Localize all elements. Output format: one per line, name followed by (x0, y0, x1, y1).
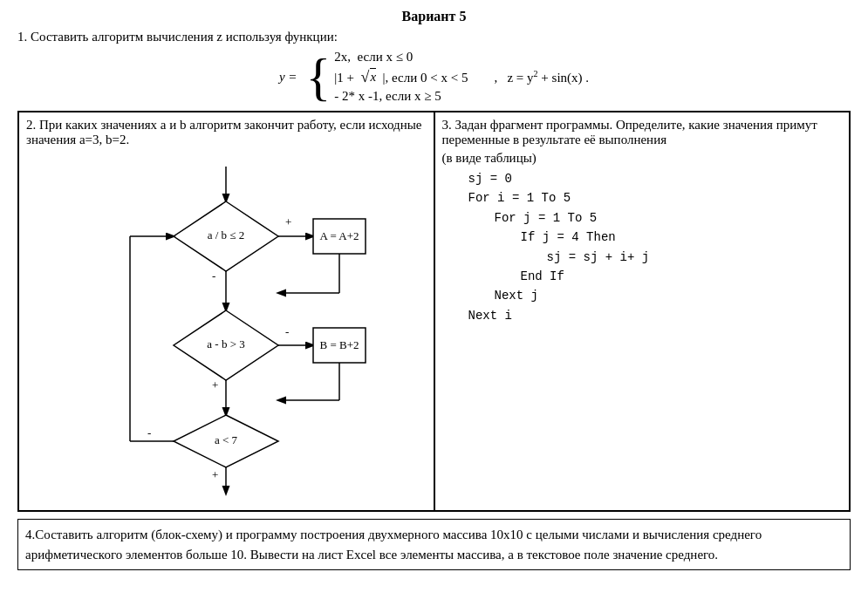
code-line5: sj = sj + i+ j (547, 248, 843, 267)
flowchart-container: a / b ≤ 2 + - A = A+2 (26, 151, 427, 505)
code-line8: Next i (468, 306, 843, 325)
sqrt-symbol: √ (361, 69, 370, 85)
diamond3-text: a < 7 (215, 433, 238, 446)
code-line3: For j = 1 To 5 (495, 208, 843, 228)
code-line1: sj = 0 (468, 169, 843, 188)
case-3: - 2* x -1, если x ≥ 5 (334, 89, 468, 104)
code-line2: For i = 1 To 5 (468, 188, 843, 208)
minus2-label: - (285, 325, 289, 338)
case-2: |1 + √ x |, если 0 < x < 5 (334, 68, 468, 85)
task3-subtitle: (в виде таблицы) (442, 151, 843, 166)
minus3-label: - (147, 426, 151, 439)
case-1: 2x, если x ≤ 0 (334, 50, 468, 65)
piecewise-cases: 2x, если x ≤ 0 |1 + √ x |, если 0 < x < … (334, 50, 468, 104)
sqrt-content: x (370, 68, 376, 85)
task2-cell: 2. При каких значениях a и b алгоритм за… (18, 112, 434, 511)
bottom-grid: 2. При каких значениях a и b алгоритм за… (17, 111, 851, 512)
left-brace: { (305, 51, 331, 103)
task4-text: 4.Составить алгоритм (блок-схему) и прог… (17, 519, 851, 570)
flowchart-svg: a / b ≤ 2 + - A = A+2 (78, 158, 374, 498)
plus1-label: + (285, 215, 291, 228)
piecewise-formula: y = { 2x, если x ≤ 0 |1 + √ x |, если 0 … (279, 50, 468, 104)
plus3-label: + (212, 468, 218, 481)
formula-section: y = { 2x, если x ≤ 0 |1 + √ x |, если 0 … (17, 50, 851, 104)
page-title: Вариант 5 (17, 9, 851, 24)
y-equals: y = (279, 70, 297, 85)
task2-label: 2. При каких значениях a и b алгоритм за… (26, 118, 427, 147)
diamond2-text: a - b > 3 (208, 337, 245, 351)
z-formula: , z = y2 + sin(x) . (494, 69, 589, 85)
plus2-label: + (212, 378, 218, 392)
code-line4: If j = 4 Then (521, 228, 843, 247)
code-line6: End If (521, 267, 843, 286)
task3-cell: 3. Задан фрагмент программы. Определите,… (434, 112, 851, 511)
minus1-label: - (212, 269, 215, 283)
task3-label: 3. Задан фрагмент программы. Определите,… (442, 118, 843, 147)
box-b: B = B+2 (320, 338, 359, 351)
code-block: sj = 0 For i = 1 To 5 For j = 1 To 5 If … (442, 169, 843, 325)
diamond1-text: a / b ≤ 2 (208, 228, 245, 242)
box-a: A = A+2 (320, 229, 359, 242)
code-line7: Next j (495, 286, 843, 305)
task1-label: 1. Составить алгоритм вычисления z испол… (17, 30, 851, 44)
